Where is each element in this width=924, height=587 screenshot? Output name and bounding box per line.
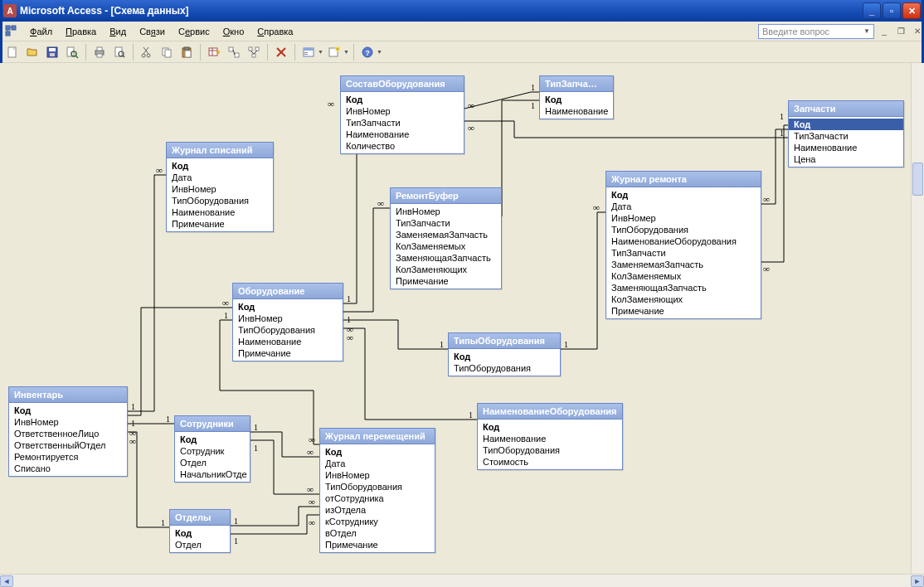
- table-field[interactable]: КолЗаменяемых: [606, 270, 761, 282]
- table-field[interactable]: ИнвНомер: [233, 313, 343, 324]
- table-sostav-oborudovaniya[interactable]: СоставОборудованияКодИнвНомерТипЗапчасти…: [340, 75, 464, 154]
- table-inventar[interactable]: ИнвентарьКодИнвНомерОтветственноеЛицоОтв…: [8, 386, 128, 477]
- table-field[interactable]: Сотрудник: [175, 445, 250, 457]
- table-field[interactable]: ИнвНомер: [167, 183, 273, 195]
- table-field[interactable]: ТипОборудования: [449, 362, 560, 374]
- table-field[interactable]: ТипЗапчасти: [606, 247, 761, 259]
- table-field[interactable]: Стоимость: [478, 456, 622, 468]
- table-field[interactable]: Отдел: [175, 457, 250, 468]
- table-field[interactable]: Примечание: [391, 275, 501, 287]
- table-field[interactable]: НачальникОтде: [175, 468, 250, 480]
- table-field[interactable]: ТипЗапчасти: [391, 217, 501, 229]
- table-field[interactable]: ТипОборудования: [478, 444, 622, 456]
- table-field[interactable]: Код: [9, 405, 127, 416]
- table-header[interactable]: Журнал ремонта: [606, 172, 761, 187]
- horizontal-scrollbar[interactable]: ◄ ►: [0, 574, 924, 587]
- table-field[interactable]: Код: [540, 94, 613, 105]
- table-field[interactable]: ИнвНомер: [391, 206, 501, 217]
- table-otdely[interactable]: ОтделыКодОтдел: [169, 509, 231, 553]
- table-header[interactable]: ТипЗапча…: [540, 76, 613, 92]
- table-field[interactable]: Наименование: [478, 433, 622, 444]
- table-field[interactable]: КолЗаменяющих: [391, 264, 501, 275]
- table-field[interactable]: Код: [449, 351, 560, 362]
- table-field[interactable]: ИнвНомер: [9, 416, 127, 428]
- table-field[interactable]: НаименованиеОборудования: [606, 235, 761, 247]
- table-field[interactable]: Примечание: [167, 218, 273, 230]
- relationships-canvas[interactable]: 1∞ 1∞ ∞1 ∞1 1 1∞∞ 11∞∞ 1∞ 1∞ 1∞ ∞1 ∞1 ∞1…: [0, 63, 924, 574]
- table-field[interactable]: ЗаменяемаяЗапчасть: [606, 259, 761, 270]
- table-field[interactable]: Код: [320, 446, 435, 458]
- table-field[interactable]: ЗаменяющаяЗапчасть: [391, 252, 501, 264]
- table-field[interactable]: вОтдел: [320, 527, 435, 539]
- table-field[interactable]: Код: [175, 434, 250, 445]
- table-field[interactable]: ТипОборудования: [606, 224, 761, 235]
- table-remont-bufer[interactable]: РемонтБуферИнвНомерТипЗапчастиЗаменяемая…: [390, 187, 502, 289]
- table-header[interactable]: РемонтБуфер: [391, 188, 501, 204]
- vertical-scrollbar[interactable]: [911, 63, 924, 574]
- table-field[interactable]: ОтветственноеЛицо: [9, 428, 127, 439]
- table-field[interactable]: Код: [606, 189, 761, 201]
- table-field[interactable]: Дата: [606, 201, 761, 212]
- table-header[interactable]: ТипыОборудования: [449, 333, 560, 349]
- table-oborudovanie[interactable]: ОборудованиеКодИнвНомерТипОборудованияНа…: [232, 283, 343, 361]
- table-field[interactable]: Наименование: [233, 336, 343, 347]
- table-field[interactable]: ТипЗапчасти: [341, 117, 464, 129]
- table-header[interactable]: Журнал перемещений: [320, 429, 435, 444]
- table-field[interactable]: ОтветственныйОтдел: [9, 439, 127, 451]
- table-field[interactable]: Наименование: [789, 142, 903, 153]
- table-zhurnal-spisaniy[interactable]: Журнал списанийКодДатаИнвНомерТипОборудо…: [166, 142, 274, 232]
- table-field[interactable]: Код: [789, 119, 903, 130]
- table-field[interactable]: ЗаменяющаяЗапчасть: [606, 282, 761, 294]
- table-header[interactable]: Сотрудники: [175, 416, 250, 432]
- table-header[interactable]: Журнал списаний: [167, 143, 273, 158]
- table-field[interactable]: Цена: [789, 153, 903, 165]
- table-field[interactable]: Примечание: [606, 305, 761, 317]
- table-field[interactable]: Код: [478, 421, 622, 433]
- table-sotrudniki[interactable]: СотрудникиКодСотрудникОтделНачальникОтде: [174, 415, 250, 483]
- table-field[interactable]: ТипЗапчасти: [789, 130, 903, 142]
- table-zhurnal-peremescheniy[interactable]: Журнал перемещенийКодДатаИнвНомерТипОбор…: [319, 428, 435, 553]
- table-field[interactable]: Наименование: [540, 105, 613, 117]
- table-header[interactable]: Запчасти: [789, 101, 903, 117]
- scroll-left-icon[interactable]: ◄: [0, 575, 13, 587]
- svg-text:1: 1: [234, 517, 238, 526]
- table-field[interactable]: ТипОборудования: [320, 481, 435, 492]
- table-header[interactable]: НаименованиеОборудования: [478, 404, 622, 420]
- table-header[interactable]: Инвентарь: [9, 387, 127, 403]
- table-field[interactable]: ИнвНомер: [341, 105, 464, 117]
- table-field[interactable]: кСотруднику: [320, 516, 435, 527]
- table-zhurnal-remonta[interactable]: Журнал ремонтаКодДатаИнвНомерТипОборудов…: [605, 171, 761, 319]
- table-field[interactable]: отСотрудника: [320, 492, 435, 504]
- scroll-right-icon[interactable]: ►: [911, 575, 924, 587]
- table-header[interactable]: Отделы: [170, 510, 230, 526]
- table-tipy-oborudovaniya[interactable]: ТипыОборудованияКодТипОборудования: [448, 332, 561, 376]
- table-header[interactable]: СоставОборудования: [341, 76, 464, 92]
- table-field[interactable]: КолЗаменяемых: [391, 240, 501, 252]
- table-field[interactable]: Код: [167, 160, 273, 172]
- table-field[interactable]: ТипОборудования: [233, 324, 343, 336]
- table-naimenovanie-oborudovaniya[interactable]: НаименованиеОборудованияКодНаименованиеТ…: [477, 403, 623, 470]
- table-header[interactable]: Оборудование: [233, 284, 343, 299]
- table-field[interactable]: изОтдела: [320, 504, 435, 516]
- table-field[interactable]: Ремонтируется: [9, 451, 127, 463]
- table-field[interactable]: Наименование: [167, 206, 273, 218]
- table-field[interactable]: ИнвНомер: [606, 212, 761, 224]
- table-zapchasti[interactable]: ЗапчастиКодТипЗапчастиНаименованиеЦена: [788, 100, 904, 167]
- table-field[interactable]: ИнвНомер: [320, 469, 435, 481]
- table-field[interactable]: Количество: [341, 140, 464, 152]
- table-field[interactable]: Отдел: [170, 539, 230, 551]
- table-field[interactable]: Код: [233, 301, 343, 313]
- table-field[interactable]: Примечание: [320, 539, 435, 551]
- table-field[interactable]: Наименование: [341, 129, 464, 140]
- table-field[interactable]: Примечание: [233, 347, 343, 359]
- table-field[interactable]: ТипОборудования: [167, 195, 273, 206]
- table-field[interactable]: Дата: [167, 172, 273, 183]
- table-field[interactable]: КолЗаменяющих: [606, 294, 761, 305]
- table-tip-zapchasti[interactable]: ТипЗапча…КодНаименование: [539, 75, 614, 119]
- table-field[interactable]: Дата: [320, 458, 435, 469]
- table-field[interactable]: Код: [341, 94, 464, 105]
- table-field[interactable]: Списано: [9, 463, 127, 474]
- table-field[interactable]: ЗаменяемаяЗапчасть: [391, 229, 501, 240]
- svg-text:∞: ∞: [307, 447, 314, 457]
- table-field[interactable]: Код: [170, 527, 230, 539]
